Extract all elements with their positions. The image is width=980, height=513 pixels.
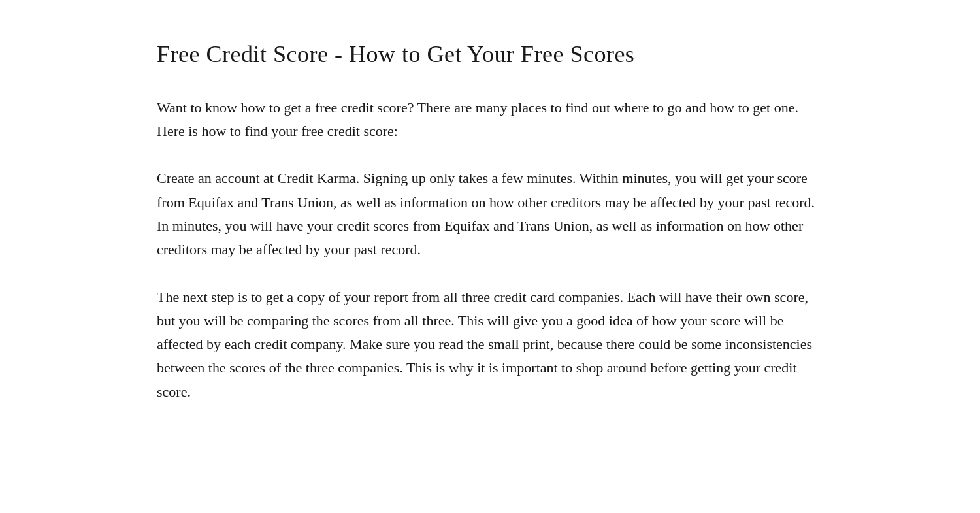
page-title: Free Credit Score - How to Get Your Free…	[157, 39, 823, 70]
paragraph-1: Want to know how to get a free credit sc…	[157, 96, 823, 144]
page-container: Free Credit Score - How to Get Your Free…	[78, 0, 902, 467]
paragraph-3: The next step is to get a copy of your r…	[157, 286, 823, 404]
paragraph-2: Create an account at Credit Karma. Signi…	[157, 167, 823, 261]
